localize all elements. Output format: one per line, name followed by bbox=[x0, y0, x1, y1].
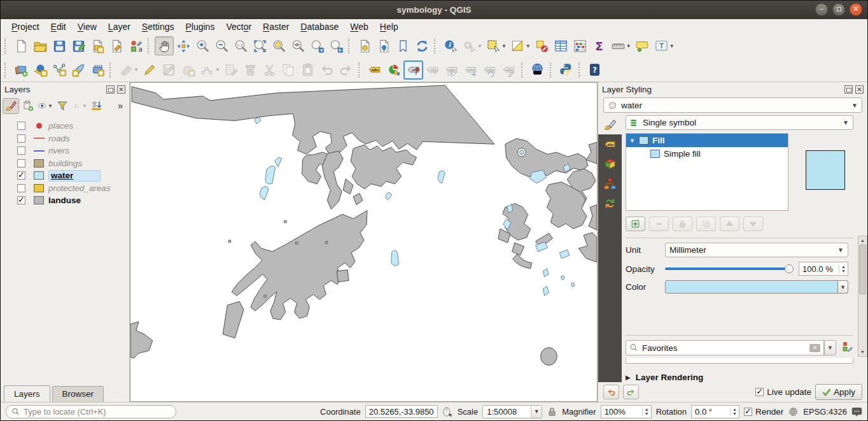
map-canvas[interactable] bbox=[130, 82, 598, 402]
map-tips-button[interactable] bbox=[633, 36, 652, 55]
toolbar-drag-handle[interactable] bbox=[109, 62, 114, 78]
maximize-button[interactable] bbox=[832, 3, 845, 16]
zoom-last-button[interactable] bbox=[307, 36, 326, 55]
renderer-selector[interactable]: Single symbol ▼ bbox=[626, 115, 853, 130]
remove-symbol-layer-button[interactable] bbox=[649, 217, 669, 231]
undo-style-button[interactable] bbox=[603, 385, 619, 399]
layer-row-protected_areas[interactable]: protected_areas bbox=[1, 182, 129, 195]
slider-handle[interactable] bbox=[785, 264, 794, 273]
close-button[interactable]: ✕ bbox=[850, 3, 862, 16]
expander-icon[interactable]: ▼ bbox=[629, 138, 635, 144]
run-feature-action-button[interactable]: ▼ bbox=[460, 36, 484, 55]
dropdown-arrow-icon[interactable]: ▼ bbox=[669, 43, 675, 49]
zoom-native-button[interactable]: 1:1 bbox=[231, 36, 250, 55]
styling-tab-labels[interactable]: abc bbox=[598, 134, 622, 154]
field-calculator-button[interactable] bbox=[571, 36, 590, 55]
layer-row-buildings[interactable]: buildings bbox=[1, 157, 129, 170]
help-contents-button[interactable]: ? bbox=[585, 61, 605, 80]
render-checkbox[interactable]: Render bbox=[744, 407, 783, 417]
statistical-summary-button[interactable]: Σ bbox=[590, 36, 609, 55]
toolbar-drag-handle[interactable] bbox=[348, 38, 353, 54]
layer-diagram-button[interactable] bbox=[384, 61, 403, 80]
layer-row-rivers[interactable]: rivers bbox=[1, 145, 129, 157]
styling-panel-close-icon[interactable]: ✕ bbox=[855, 85, 864, 94]
save-layer-edits-button[interactable] bbox=[160, 61, 179, 80]
dropdown-arrow-icon[interactable]: ▼ bbox=[526, 43, 531, 49]
move-symbol-up-button[interactable] bbox=[720, 217, 739, 231]
menu-project[interactable]: Project bbox=[6, 20, 45, 33]
panel-tab-browser[interactable]: Browser bbox=[52, 386, 104, 402]
redo-button[interactable] bbox=[337, 61, 356, 80]
toolbar-drag-handle[interactable] bbox=[4, 62, 9, 78]
styling-layer-selector[interactable]: water ▼ bbox=[603, 97, 862, 113]
modify-attributes-button[interactable] bbox=[222, 61, 241, 80]
menu-web[interactable]: Web bbox=[344, 20, 374, 33]
messages-icon[interactable] bbox=[851, 406, 862, 417]
paste-features-button[interactable] bbox=[298, 61, 318, 80]
toggle-editing-button[interactable] bbox=[141, 61, 160, 80]
show-bookmarks-button[interactable] bbox=[393, 36, 412, 55]
style-manager-button[interactable] bbox=[841, 340, 853, 355]
select-features-button[interactable]: ▼ bbox=[484, 36, 508, 55]
styling-panel-float-icon[interactable] bbox=[844, 85, 853, 94]
vertex-tool-button[interactable]: ▼ bbox=[198, 61, 222, 80]
mouse-tracking-icon[interactable] bbox=[442, 406, 453, 417]
symbol-search-box[interactable]: Favorites ✕ bbox=[626, 340, 824, 355]
styling-tab-3d-view[interactable] bbox=[598, 154, 622, 174]
styling-scrollbar[interactable]: ▲ ▼ bbox=[858, 236, 867, 357]
favorites-dropdown-icon[interactable]: ▼ bbox=[824, 340, 836, 355]
dropdown-arrow-icon[interactable]: ▼ bbox=[134, 67, 139, 73]
zoom-to-selection-button[interactable] bbox=[269, 36, 288, 55]
pan-to-selection-button[interactable] bbox=[174, 36, 193, 55]
duplicate-symbol-layer-button[interactable] bbox=[696, 217, 716, 231]
highlight-pinned-labels-button[interactable]: ab bbox=[403, 61, 423, 80]
show-hide-labels-button[interactable]: abc bbox=[442, 61, 461, 80]
layer-visibility-checkbox[interactable] bbox=[17, 184, 25, 192]
layer-visibility-checkbox[interactable] bbox=[17, 122, 25, 130]
select-by-value-button[interactable]: ▼ bbox=[508, 36, 533, 55]
menu-raster[interactable]: Raster bbox=[257, 20, 295, 33]
layer-visibility-checkbox[interactable] bbox=[17, 159, 25, 168]
coordinate-input[interactable]: 20.5265,-33.9850 bbox=[365, 405, 438, 418]
menu-database[interactable]: Database bbox=[295, 20, 344, 33]
project-open-button[interactable] bbox=[31, 36, 50, 55]
zoom-out-button[interactable] bbox=[212, 36, 231, 55]
unit-selector[interactable]: Millimeter ▼ bbox=[665, 243, 848, 257]
dropdown-arrow-icon[interactable]: ▼ bbox=[48, 103, 53, 109]
toolbar-overflow-button[interactable]: » bbox=[118, 101, 127, 111]
move-label-button[interactable]: abc bbox=[461, 61, 480, 80]
lock-symbol-color-button[interactable] bbox=[673, 217, 692, 231]
dropdown-arrow-icon[interactable]: ▼ bbox=[215, 67, 220, 73]
layer-row-landuse[interactable]: landuse bbox=[1, 194, 129, 207]
style-manager-button[interactable]: a bbox=[126, 36, 145, 55]
open-attribute-table-button[interactable] bbox=[552, 36, 571, 55]
magnifier-spinbox[interactable]: 100% ▲▼ bbox=[601, 405, 652, 418]
layer-visibility-checkbox[interactable] bbox=[17, 134, 25, 143]
refresh-button[interactable] bbox=[412, 36, 431, 55]
measure-button[interactable]: ▼ bbox=[609, 36, 633, 55]
toolbar-drag-handle[interactable] bbox=[434, 38, 438, 54]
menu-settings[interactable]: Settings bbox=[136, 20, 180, 33]
spin-arrows-icon[interactable]: ▲▼ bbox=[839, 264, 848, 273]
project-new-button[interactable] bbox=[11, 36, 31, 55]
new-spatialite-layer-button[interactable] bbox=[69, 61, 88, 80]
current-edits-button[interactable]: ▼ bbox=[116, 61, 141, 80]
change-label-button[interactable]: abc bbox=[500, 61, 519, 80]
python-console-button[interactable] bbox=[557, 61, 576, 80]
pin-unpin-labels-button[interactable]: ab bbox=[423, 61, 442, 80]
layer-visibility-checkbox[interactable] bbox=[17, 171, 25, 180]
dropdown-arrow-icon[interactable]: ▼ bbox=[477, 43, 482, 49]
new-print-layout-button[interactable] bbox=[88, 36, 107, 55]
live-update-checkbox[interactable]: Live update bbox=[755, 387, 811, 397]
locate-search-input[interactable]: Type to locate (Ctrl+K) bbox=[6, 405, 176, 418]
project-save-button[interactable] bbox=[50, 36, 69, 55]
checkbox-icon[interactable] bbox=[744, 408, 752, 416]
layer-visibility-checkbox[interactable] bbox=[17, 146, 25, 155]
scale-combo[interactable]: 1:50008 ▼ bbox=[482, 405, 542, 418]
layer-row-water[interactable]: water bbox=[1, 169, 129, 182]
dropdown-arrow-icon[interactable]: ▼ bbox=[626, 43, 631, 49]
layer-visibility-checkbox[interactable] bbox=[17, 196, 25, 204]
menu-layer[interactable]: Layer bbox=[102, 20, 136, 33]
scroll-down-icon[interactable]: ▼ bbox=[858, 348, 867, 356]
layer-styling-button[interactable] bbox=[3, 98, 19, 114]
